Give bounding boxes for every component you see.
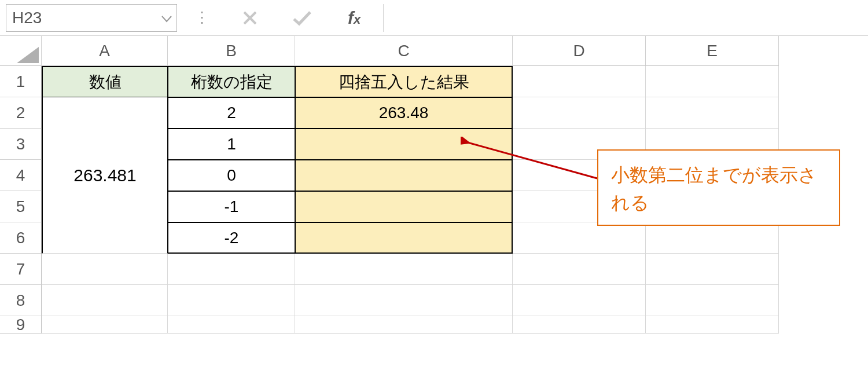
cell-C4[interactable]	[295, 160, 513, 191]
cell-B9[interactable]	[168, 316, 295, 334]
col-header-A[interactable]: A	[42, 36, 168, 66]
col-header-E[interactable]: E	[646, 36, 779, 66]
cell-C7[interactable]	[295, 254, 513, 285]
cell-C3[interactable]	[295, 129, 513, 160]
cell-C8[interactable]	[295, 285, 513, 316]
cell-B2[interactable]: 2	[168, 97, 295, 129]
vertical-dots-icon[interactable]: ⋮	[183, 9, 221, 27]
cell-C2[interactable]: 263.48	[295, 97, 513, 129]
enter-icon	[279, 4, 325, 32]
cell-B3[interactable]: 1	[168, 129, 295, 160]
annotation-callout: 小数第二位までが表示される	[597, 149, 840, 226]
row-header-5[interactable]: 5	[0, 191, 42, 222]
cell-A2-merged[interactable]: 263.481	[42, 97, 168, 254]
row-header-2[interactable]: 2	[0, 97, 42, 129]
formula-input[interactable]	[383, 4, 862, 32]
cell-A1[interactable]: 数値	[42, 66, 168, 97]
cell-B5[interactable]: -1	[168, 191, 295, 222]
fx-icon[interactable]: fx	[331, 4, 377, 32]
col-header-B[interactable]: B	[168, 36, 295, 66]
cell-D6[interactable]	[513, 222, 646, 254]
row-header-6[interactable]: 6	[0, 222, 42, 254]
cell-C6[interactable]	[295, 222, 513, 254]
cell-B6[interactable]: -2	[168, 222, 295, 254]
cell-C5[interactable]	[295, 191, 513, 222]
cancel-icon	[227, 4, 273, 32]
cell-D9[interactable]	[513, 316, 646, 334]
name-box[interactable]: H23	[6, 4, 177, 32]
cell-B4[interactable]: 0	[168, 160, 295, 191]
row-header-7[interactable]: 7	[0, 254, 42, 285]
col-header-D[interactable]: D	[513, 36, 646, 66]
cell-E9[interactable]	[646, 316, 779, 334]
row-header-4[interactable]: 4	[0, 160, 42, 191]
cell-C9[interactable]	[295, 316, 513, 334]
cell-B8[interactable]	[168, 285, 295, 316]
select-all-corner[interactable]	[0, 36, 42, 66]
cell-E1[interactable]	[646, 66, 779, 97]
cell-E8[interactable]	[646, 285, 779, 316]
chevron-down-icon[interactable]	[161, 10, 172, 26]
cell-E2[interactable]	[646, 97, 779, 129]
cell-C1[interactable]: 四捨五入した結果	[295, 66, 513, 97]
cell-B1[interactable]: 桁数の指定	[168, 66, 295, 97]
cell-A9[interactable]	[42, 316, 168, 334]
name-box-value: H23	[12, 9, 42, 27]
cell-B7[interactable]	[168, 254, 295, 285]
row-header-9[interactable]: 9	[0, 316, 42, 334]
cell-A7[interactable]	[42, 254, 168, 285]
cell-D8[interactable]	[513, 285, 646, 316]
row-header-3[interactable]: 3	[0, 129, 42, 160]
row-header-8[interactable]: 8	[0, 285, 42, 316]
cell-A8[interactable]	[42, 285, 168, 316]
formula-bar: H23 ⋮ fx	[0, 0, 868, 36]
cell-E7[interactable]	[646, 254, 779, 285]
col-header-C[interactable]: C	[295, 36, 513, 66]
cell-D2[interactable]	[513, 97, 646, 129]
cell-D1[interactable]	[513, 66, 646, 97]
cell-D7[interactable]	[513, 254, 646, 285]
row-header-1[interactable]: 1	[0, 66, 42, 97]
cell-E6[interactable]	[646, 222, 779, 254]
